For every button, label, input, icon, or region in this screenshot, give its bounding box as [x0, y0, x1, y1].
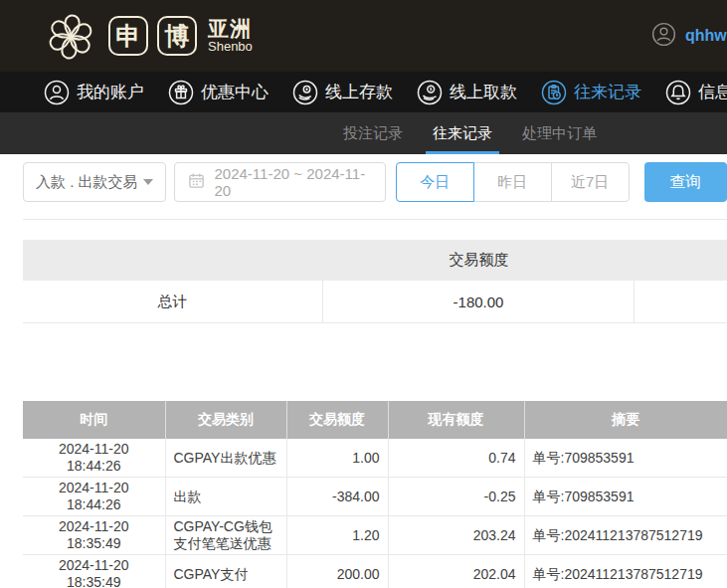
col-memo: 摘要: [524, 401, 727, 439]
cell-amount: -384.00: [286, 478, 388, 516]
logo-region-latin: Shenbo: [208, 40, 253, 54]
nav-label: 线上取款: [450, 81, 517, 103]
page: 申 博 亚洲 Shenbo qhhw: [0, 0, 727, 588]
transaction-type-select[interactable]: 入款 . 出款交易: [23, 162, 166, 202]
bell-icon: [665, 80, 691, 105]
tab-pending-orders[interactable]: 处理中订单: [522, 112, 597, 154]
nav-label: 线上存款: [325, 81, 393, 103]
username[interactable]: qhhw: [685, 27, 727, 45]
user-account[interactable]: qhhw: [651, 0, 727, 72]
table-row: 2024-11-20 18:44:26 CGPAY出款优惠 1.00 0.74 …: [23, 439, 727, 478]
summary-table: 交易额度 总计 -180.00: [23, 240, 727, 323]
yesterday-button[interactable]: 昨日: [473, 162, 552, 202]
withdraw-icon: [417, 80, 443, 105]
gift-icon: [168, 80, 194, 105]
section-divider: [23, 219, 727, 220]
summary-header-amount: 交易额度: [323, 251, 635, 270]
avatar-icon: [651, 22, 676, 51]
transactions-table: 时间 交易类别 交易额度 现有额度 摘要 2024-11-20 18:44:26…: [23, 401, 727, 588]
nav-item-promotions[interactable]: 优惠中心: [168, 80, 269, 105]
cell-type: 出款: [165, 478, 286, 516]
last7days-button[interactable]: 近7日: [551, 162, 630, 202]
summary-total-label: 总计: [23, 281, 323, 322]
summary-header-row: 交易额度: [23, 240, 727, 281]
nav-label: 往来记录: [574, 81, 641, 103]
tab-betting-records[interactable]: 投注记录: [343, 112, 403, 154]
cell-balance: 203.24: [388, 516, 524, 555]
cell-amount: 1.00: [286, 439, 388, 478]
cell-memo: 单号:709853591: [524, 478, 727, 516]
logo-char-bo: 博: [157, 16, 197, 56]
table-row: 2024-11-20 18:44:26 出款 -384.00 -0.25 单号:…: [23, 478, 727, 516]
logo-region-zh: 亚洲: [208, 18, 253, 40]
nav-label: 信息: [698, 81, 727, 103]
summary-total-value: -180.00: [323, 281, 635, 322]
nav-item-messages[interactable]: 信息: [665, 80, 727, 105]
date-range-value: 2024-11-20 ~ 2024-11-20: [214, 165, 371, 199]
nav-item-deposit[interactable]: 线上存款: [292, 80, 393, 105]
record-subtabs: 投注记录 往来记录 处理中订单: [0, 112, 727, 154]
transaction-type-value: 入款 . 出款交易: [36, 173, 138, 192]
date-range-input[interactable]: 2024-11-20 ~ 2024-11-20: [174, 162, 385, 202]
quick-range-group: 今日 昨日 近7日: [396, 162, 630, 202]
tab-transaction-records[interactable]: 往来记录: [433, 112, 492, 154]
today-button[interactable]: 今日: [396, 162, 474, 202]
nav-item-withdraw[interactable]: 线上取款: [417, 80, 517, 105]
filter-row: 入款 . 出款交易 2024-11-20 ~ 2024-11-20 今日 昨日 …: [23, 162, 727, 202]
col-amount: 交易额度: [286, 401, 388, 439]
cell-type: CGPAY支付: [165, 555, 286, 588]
records-icon: [541, 80, 567, 105]
col-type: 交易类别: [165, 401, 286, 439]
nav-item-transaction-records[interactable]: 往来记录: [541, 80, 641, 105]
calendar-icon: [188, 172, 205, 192]
cell-amount: 200.00: [286, 555, 388, 588]
brand-logo: 申 博 亚洲 Shenbo: [42, 7, 253, 65]
deposit-icon: [292, 80, 318, 105]
cell-balance: 202.04: [388, 555, 524, 588]
chevron-down-icon: [143, 179, 153, 185]
summary-total-row: 总计 -180.00: [23, 281, 727, 323]
cell-memo: 单号:709853591: [524, 439, 727, 478]
summary-total-empty: [635, 281, 727, 322]
col-time: 时间: [23, 401, 165, 439]
cell-balance: 0.74: [388, 439, 524, 478]
cell-time: 2024-11-20 18:35:49: [23, 555, 165, 588]
cell-time: 2024-11-20 18:35:49: [23, 516, 165, 555]
nav-item-my-account[interactable]: 我的账户: [44, 80, 144, 105]
main-nav: 我的账户 优惠中心: [0, 72, 727, 112]
table-row: 2024-11-20 18:35:49 CGPAY支付 200.00 202.0…: [23, 555, 727, 588]
search-button[interactable]: 查询: [644, 162, 727, 202]
user-icon: [44, 80, 70, 105]
cell-memo: 单号:202411213787512719: [524, 516, 727, 555]
col-balance: 现有额度: [388, 401, 524, 439]
nav-label: 优惠中心: [201, 81, 269, 103]
cell-time: 2024-11-20 18:44:26: [23, 478, 165, 516]
logo-char-shen: 申: [108, 16, 148, 56]
nav-label: 我的账户: [77, 81, 144, 103]
top-header: 申 博 亚洲 Shenbo qhhw: [0, 0, 727, 72]
cell-amount: 1.20: [286, 516, 388, 555]
cell-time: 2024-11-20 18:44:26: [23, 439, 165, 478]
flower-logo-icon: [42, 7, 99, 65]
cell-memo: 单号:202411213787512719: [524, 555, 727, 588]
cell-balance: -0.25: [388, 478, 524, 516]
logo-region: 亚洲 Shenbo: [208, 18, 253, 54]
table-header-row: 时间 交易类别 交易额度 现有额度 摘要: [23, 401, 727, 439]
cell-type: CGPAY-CG钱包支付笔笔送优惠: [165, 516, 286, 555]
cell-type: CGPAY出款优惠: [165, 439, 286, 478]
table-row: 2024-11-20 18:35:49 CGPAY-CG钱包支付笔笔送优惠 1.…: [23, 516, 727, 555]
